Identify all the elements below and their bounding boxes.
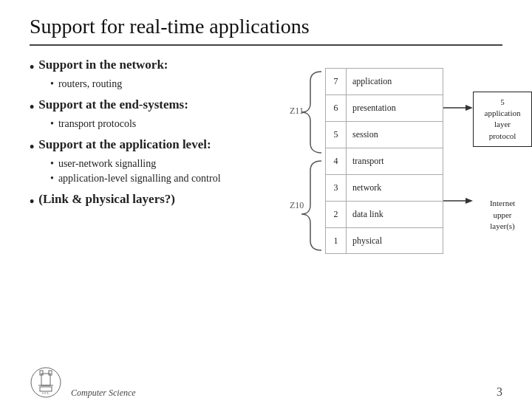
title-divider (30, 44, 502, 46)
layer-row-4: 4 transport (325, 148, 443, 174)
bullet-3-text: Support at the application level: (38, 137, 211, 152)
layer-row-6: 6 presentation (325, 94, 443, 121)
braces-svg: Z11 Z10 (288, 68, 325, 254)
arrows-svg (443, 68, 473, 254)
layer-2-name: data link (347, 202, 406, 227)
bullet-1-text: Support in the network: (38, 58, 168, 72)
app-box-num: 5 (485, 97, 521, 108)
layer-1-name: physical (347, 228, 406, 253)
section-4: • (Link & physical layers?) (30, 192, 281, 210)
layer-7-num: 7 (326, 69, 347, 94)
bullet-2-sub-1: • transport protocols (50, 118, 281, 130)
layer-row-3: 3 network (325, 174, 443, 201)
bullet-1-sub-1: • routers, routing (50, 78, 281, 90)
bullet-3-main: • Support at the application level: (30, 137, 281, 155)
section-2: • Support at the end-systems: • transpor… (30, 97, 281, 130)
bullet-1-main: • Support in the network: (30, 58, 281, 75)
layer-row-2: 2 data link (325, 201, 443, 227)
layer-row-7: 7 application (325, 68, 443, 94)
layer-2-num: 2 (326, 202, 347, 227)
bullet-1-dot: • (30, 60, 34, 75)
layers-section: Z11 Z10 7 application 6 presentation (325, 68, 443, 254)
footer-text: Computer Science (71, 388, 136, 399)
page-number: 3 (497, 385, 502, 399)
bullet-2-text: Support at the end-systems: (38, 97, 188, 112)
layer-6-num: 6 (326, 95, 347, 121)
bullet-4-dot: • (30, 194, 34, 210)
layer-5-num: 5 (326, 122, 347, 148)
internet-box-content: Internet upper layer(s) (490, 198, 515, 232)
content-area: • Support in the network: • routers, rou… (30, 58, 502, 254)
app-box-line3: protocol (485, 131, 521, 142)
internet-box-line2: upper (490, 210, 515, 221)
bullet-3-sub-1-dot: • (50, 158, 54, 170)
layer-4-num: 4 (326, 148, 347, 174)
svg-text:Z10: Z10 (290, 200, 304, 210)
svg-marker-3 (466, 105, 473, 111)
svg-text:UCL: UCL (42, 391, 50, 395)
bullet-2-sub-1-text: transport protocols (58, 118, 136, 130)
footer: UCL Computer Science (30, 366, 136, 399)
svg-text:Z11: Z11 (290, 106, 304, 116)
bullet-4-main: • (Link & physical layers?) (30, 192, 281, 210)
layer-6-name: presentation (347, 95, 406, 121)
right-side-area: 5 application layer protocol Internet up… (443, 68, 532, 254)
app-box-line2: layer (485, 119, 521, 130)
app-layer-protocol-box: 5 application layer protocol (473, 92, 532, 148)
right-boxes-column: 5 application layer protocol Internet up… (473, 68, 532, 254)
ucl-logo: UCL (30, 366, 62, 399)
bullet-3-sub-2: • application-level signalling and contr… (50, 173, 281, 185)
bullet-2-sub-1-dot: • (50, 118, 54, 130)
internet-upper-box: Internet upper layer(s) (473, 193, 532, 236)
internet-box-line3: layer(s) (490, 221, 515, 232)
bullet-4-text: (Link & physical layers?) (38, 192, 175, 207)
layer-5-name: session (347, 122, 406, 148)
layer-4-name: transport (347, 148, 406, 174)
bullet-2-dot: • (30, 100, 34, 115)
right-column: Z11 Z10 7 application 6 presentation (288, 58, 532, 254)
bullet-3-sub-2-dot: • (50, 173, 54, 185)
layer-7-name: application (347, 69, 406, 94)
app-box-content: 5 application layer protocol (485, 97, 521, 142)
svg-marker-5 (466, 198, 473, 204)
layer-row-1: 1 physical (325, 227, 443, 254)
layer-row-5: 5 session (325, 121, 443, 148)
bullet-3-dot: • (30, 140, 34, 155)
app-box-line1: application (485, 108, 521, 119)
layer-3-num: 3 (326, 175, 347, 201)
section-1: • Support in the network: • routers, rou… (30, 58, 281, 90)
bullet-2-main: • Support at the end-systems: (30, 97, 281, 115)
section-3: • Support at the application level: • us… (30, 137, 281, 185)
page-title: Support for real-time applications (30, 15, 502, 38)
layer-1-num: 1 (326, 228, 347, 253)
slide: Support for real-time applications • Sup… (0, 0, 532, 409)
bullet-3-sub-1-text: user-network signalling (58, 158, 156, 170)
left-column: • Support in the network: • routers, rou… (30, 58, 281, 254)
bullet-3-sub-1: • user-network signalling (50, 158, 281, 170)
bullet-3-sub-2-text: application-level signalling and control (58, 173, 221, 185)
bullet-1-sub-1-text: routers, routing (58, 78, 122, 90)
osi-diagram: Z11 Z10 7 application 6 presentation (288, 61, 532, 254)
internet-box-line1: Internet (490, 198, 515, 209)
layer-3-name: network (347, 175, 406, 201)
bullet-1-sub-1-dot: • (50, 78, 54, 90)
